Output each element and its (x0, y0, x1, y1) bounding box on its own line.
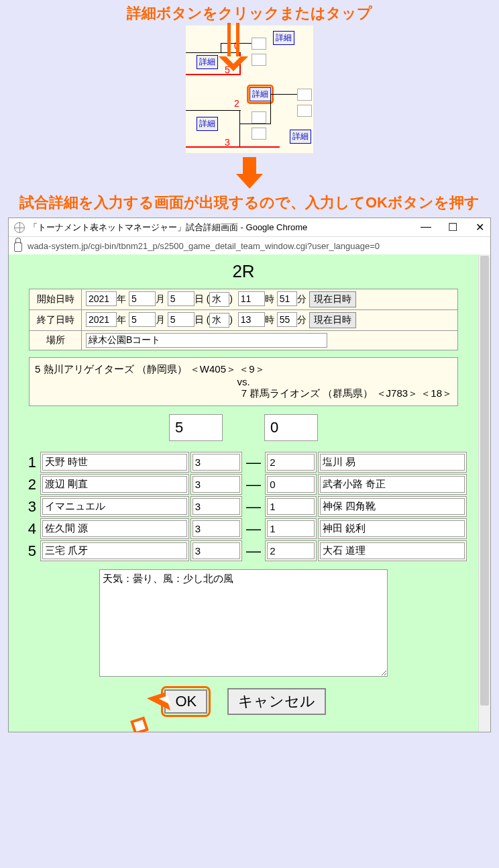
maximize-icon[interactable]: ☐ (447, 221, 458, 234)
score-b-input[interactable] (267, 542, 315, 559)
score-a-input[interactable] (192, 520, 240, 537)
start-dow-input[interactable] (209, 292, 229, 307)
score-b-input[interactable] (267, 476, 315, 493)
player-b-input[interactable] (320, 542, 465, 559)
dash: — (243, 540, 264, 561)
team-a-line: 5 熱川アリゲイターズ （静岡県） ＜W405＞ ＜9＞ (35, 363, 452, 376)
detail-button[interactable]: 詳細 (273, 31, 294, 45)
dash: — (243, 496, 264, 517)
arrow-down-icon (236, 157, 263, 191)
browser-window: 「トーナメント表ネットマネージャー」試合詳細画面 - Google Chrome… (8, 218, 491, 732)
end-dow-input[interactable] (209, 313, 229, 328)
comment-textarea[interactable] (99, 569, 388, 677)
dash: — (243, 474, 264, 495)
score-a-input[interactable] (192, 542, 240, 559)
team-b-line: 7 群馬ライオンズ （群馬県） ＜J783＞ ＜18＞ (35, 387, 452, 400)
start-hour-input[interactable] (238, 291, 265, 306)
datetime-table: 開始日時 年 月 日 () 時 分 現在日時 終了日時 年 (29, 289, 458, 350)
url-text: wada-system.jp/cgi-bin/tbnm21_p/s2500_ga… (27, 241, 380, 251)
player-a-input[interactable] (42, 498, 187, 515)
total-score-row (14, 414, 473, 441)
end-month-input[interactable] (129, 312, 156, 327)
player-a-input[interactable] (42, 454, 187, 471)
instruction-top: 詳細ボタンをクリックまたはタップ (0, 4, 499, 23)
matchup-box: 5 熱川アリゲイターズ （静岡県） ＜W405＞ ＜9＞ vs. 7 群馬ライオ… (29, 357, 458, 406)
bracket-score: 2 (234, 98, 239, 109)
end-min-input[interactable] (277, 312, 297, 327)
player-a-input[interactable] (42, 520, 187, 537)
end-hour-input[interactable] (238, 312, 265, 327)
score-b-input[interactable] (267, 498, 315, 515)
end-year-input[interactable] (86, 312, 117, 327)
start-day-input[interactable] (168, 291, 195, 306)
end-day-input[interactable] (168, 312, 195, 327)
round-heading: 2R (14, 261, 473, 282)
player-b-input[interactable] (320, 476, 465, 493)
player-b-input[interactable] (320, 498, 465, 515)
detail-button-focus[interactable]: 詳細 (249, 87, 271, 101)
start-min-input[interactable] (277, 291, 297, 306)
ok-button[interactable]: OK (164, 689, 207, 714)
player-b-input[interactable] (320, 454, 465, 471)
player-a-input[interactable] (42, 542, 187, 559)
score-b-input[interactable] (267, 520, 315, 537)
row-num: 2 (20, 474, 39, 495)
detail-button[interactable]: 詳細 (197, 55, 218, 69)
scroll-thumb[interactable] (480, 256, 489, 706)
row-num: 1 (20, 452, 39, 473)
place-input[interactable] (86, 333, 327, 348)
scrollbar[interactable] (478, 254, 490, 732)
end-label: 終了日時 (30, 310, 82, 331)
globe-icon (14, 222, 25, 233)
player-b-input[interactable] (320, 520, 465, 537)
dash: — (243, 452, 264, 473)
window-title: 「トーナメント表ネットマネージャー」試合詳細画面 - Google Chrome (29, 222, 307, 234)
row-num: 5 (20, 540, 39, 561)
pointer-arrow-icon (133, 701, 167, 732)
minimize-icon[interactable]: — (421, 221, 431, 234)
detail-button[interactable]: 詳細 (197, 117, 218, 131)
now-button-end[interactable]: 現在日時 (309, 312, 356, 328)
row-num: 4 (20, 518, 39, 539)
vs-label: vs. (35, 376, 452, 387)
score-a-input[interactable] (192, 476, 240, 493)
lock-icon (14, 242, 22, 252)
dash: — (243, 518, 264, 539)
player-a-input[interactable] (42, 476, 187, 493)
arrow-down-icon (227, 23, 248, 71)
row-num: 3 (20, 496, 39, 517)
window-titlebar: 「トーナメント表ネットマネージャー」試合詳細画面 - Google Chrome… (9, 218, 490, 236)
players-table: 1—2—3—4—5— (19, 450, 468, 563)
place-label: 場所 (30, 331, 82, 350)
instruction-bottom: 試合詳細を入力する画面が出現するので、入力してOKボタンを押す (0, 193, 499, 213)
start-month-input[interactable] (129, 291, 156, 306)
close-icon[interactable]: ✕ (474, 221, 485, 234)
now-button-start[interactable]: 現在日時 (309, 291, 356, 307)
score-b-input[interactable] (267, 454, 315, 471)
bracket-diagram: 詳細 詳細 詳細 詳細 詳細 0 5 2 3 (186, 26, 313, 153)
start-year-input[interactable] (86, 291, 117, 306)
score-a-input[interactable] (192, 498, 240, 515)
total-b-input[interactable] (264, 414, 318, 441)
total-a-input[interactable] (169, 414, 223, 441)
cancel-button[interactable]: キャンセル (227, 688, 326, 715)
score-a-input[interactable] (192, 454, 240, 471)
url-bar: wada-system.jp/cgi-bin/tbnm21_p/s2500_ga… (9, 236, 490, 254)
start-label: 開始日時 (30, 289, 82, 310)
detail-button[interactable]: 詳細 (290, 130, 311, 144)
